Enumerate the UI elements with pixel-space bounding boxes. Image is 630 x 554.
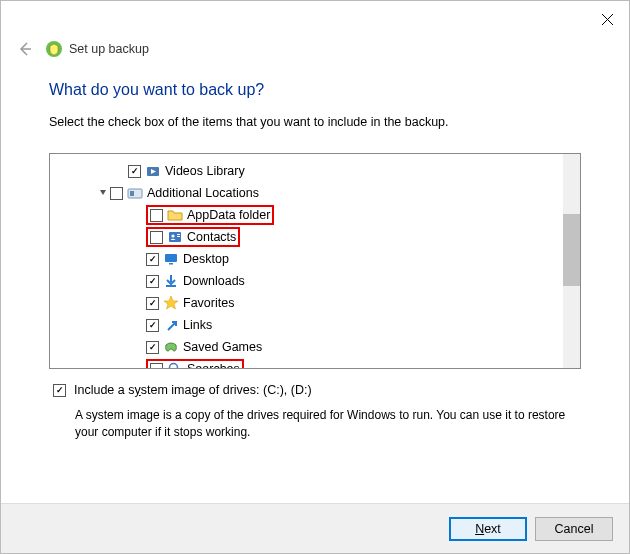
highlight-annotation: AppData folder bbox=[146, 205, 274, 225]
system-image-label: Include a system image of drives: (C:), … bbox=[74, 383, 312, 397]
tree-row[interactable]: Downloads bbox=[54, 270, 580, 292]
checkbox[interactable] bbox=[146, 275, 159, 288]
tree-item-label: Downloads bbox=[183, 274, 245, 288]
svg-rect-14 bbox=[166, 285, 176, 287]
tree-item-label: Searches bbox=[187, 362, 240, 369]
page-instructions: Select the check box of the items that y… bbox=[49, 115, 581, 129]
contacts-icon bbox=[167, 229, 183, 245]
tree-item-label: Videos Library bbox=[165, 164, 245, 178]
tree-row[interactable]: Saved Games bbox=[54, 336, 580, 358]
backup-items-tree[interactable]: Videos LibraryAdditional LocationsAppDat… bbox=[49, 153, 581, 369]
tree-item-label: Contacts bbox=[187, 230, 236, 244]
svg-rect-10 bbox=[177, 234, 180, 235]
desktop-icon bbox=[163, 251, 179, 267]
system-image-checkbox[interactable] bbox=[53, 384, 66, 397]
scrollbar-thumb[interactable] bbox=[563, 214, 580, 286]
tree-row[interactable]: Desktop bbox=[54, 248, 580, 270]
button-bar: Next Cancel bbox=[1, 503, 629, 553]
system-image-description: A system image is a copy of the drives r… bbox=[75, 407, 581, 441]
checkbox[interactable] bbox=[146, 297, 159, 310]
next-button[interactable]: Next bbox=[449, 517, 527, 541]
tree-item-label: Additional Locations bbox=[147, 186, 259, 200]
locations-icon bbox=[127, 185, 143, 201]
checkbox[interactable] bbox=[146, 341, 159, 354]
checkbox[interactable] bbox=[146, 253, 159, 266]
tree-row[interactable]: Links bbox=[54, 314, 580, 336]
tree-row[interactable]: Additional Locations bbox=[54, 182, 580, 204]
scrollbar-track[interactable] bbox=[563, 154, 580, 368]
tree-item-label: Saved Games bbox=[183, 340, 262, 354]
svg-point-16 bbox=[170, 364, 178, 370]
backup-shield-icon bbox=[45, 40, 63, 58]
links-icon bbox=[163, 317, 179, 333]
checkbox[interactable] bbox=[128, 165, 141, 178]
svg-rect-11 bbox=[177, 236, 180, 237]
checkbox[interactable] bbox=[150, 231, 163, 244]
folder-icon bbox=[167, 207, 183, 223]
window-title: Set up backup bbox=[69, 42, 149, 56]
tree-row[interactable]: Videos Library bbox=[54, 160, 580, 182]
checkbox[interactable] bbox=[150, 363, 163, 370]
checkbox[interactable] bbox=[150, 209, 163, 222]
page-heading: What do you want to back up? bbox=[49, 81, 581, 99]
svg-point-9 bbox=[171, 234, 174, 237]
cancel-button[interactable]: Cancel bbox=[535, 517, 613, 541]
tree-row[interactable]: Contacts bbox=[54, 226, 580, 248]
favorites-icon bbox=[163, 295, 179, 311]
chevron-down-icon[interactable] bbox=[96, 187, 110, 199]
tree-item-label: Links bbox=[183, 318, 212, 332]
checkbox[interactable] bbox=[146, 319, 159, 332]
searches-icon bbox=[167, 361, 183, 369]
checkbox[interactable] bbox=[110, 187, 123, 200]
highlight-annotation: Searches bbox=[146, 359, 244, 369]
tree-row[interactable]: Searches bbox=[54, 358, 580, 369]
close-button[interactable] bbox=[585, 4, 629, 34]
tree-item-label: AppData folder bbox=[187, 208, 270, 222]
highlight-annotation: Contacts bbox=[146, 227, 240, 247]
tree-row[interactable]: Favorites bbox=[54, 292, 580, 314]
videos-icon bbox=[145, 163, 161, 179]
tree-item-label: Favorites bbox=[183, 296, 234, 310]
svg-marker-15 bbox=[164, 296, 178, 309]
svg-rect-7 bbox=[130, 191, 134, 196]
svg-rect-13 bbox=[169, 263, 173, 265]
downloads-icon bbox=[163, 273, 179, 289]
back-button[interactable] bbox=[13, 37, 37, 61]
svg-rect-12 bbox=[165, 254, 177, 262]
savedgames-icon bbox=[163, 339, 179, 355]
tree-row[interactable]: AppData folder bbox=[54, 204, 580, 226]
tree-item-label: Desktop bbox=[183, 252, 229, 266]
